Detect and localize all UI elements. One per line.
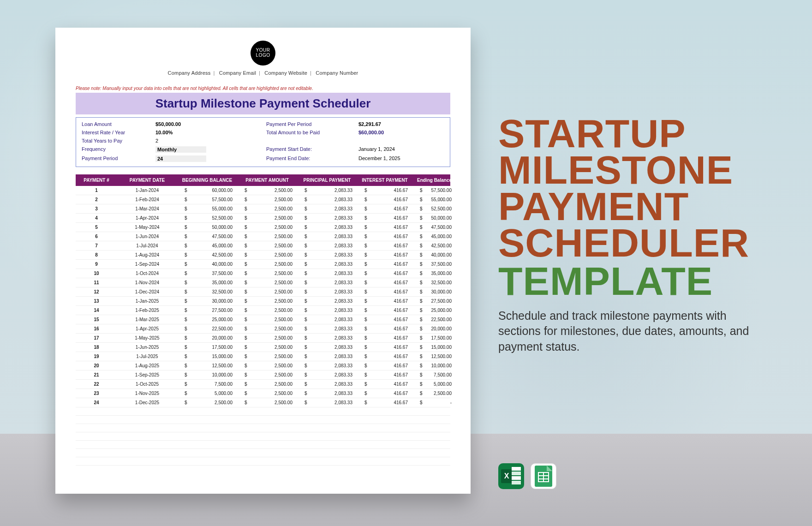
document-page: YOUR LOGO Company Address| Company Email… — [55, 28, 471, 494]
promo-headline: STARTUP MILESTONE PAYMENT SCHEDULER TEMP… — [498, 115, 775, 300]
period-value: 24 — [155, 155, 266, 162]
table-row: 121-Dec-2024$32,500.00$2,500.00$2,083.33… — [76, 287, 450, 297]
google-sheets-icon — [531, 463, 556, 489]
table-row: 241-Dec-2025$2,500.00$2,500.00$2,083.33$… — [76, 398, 450, 407]
table-row: 21-Feb-2024$57,500.00$2,500.00$2,083.33$… — [76, 195, 450, 204]
table-row: 111-Nov-2024$35,000.00$2,500.00$2,083.33… — [76, 278, 450, 287]
table-row: 81-Aug-2024$42,500.00$2,500.00$2,083.33$… — [76, 251, 450, 260]
table-row: 141-Feb-2025$27,500.00$2,500.00$2,083.33… — [76, 306, 450, 315]
start-date-label: Payment Start Date: — [266, 146, 358, 153]
logo-placeholder: YOUR LOGO — [251, 41, 275, 66]
company-meta-line: Company Address| Company Email| Company … — [76, 70, 450, 76]
loan-amount-value: $50,000.00 — [155, 121, 266, 127]
table-row: 231-Nov-2025$5,000.00$2,500.00$2,083.33$… — [76, 389, 450, 398]
end-date-value: December 1, 2025 — [358, 155, 432, 162]
format-icons — [498, 463, 556, 489]
table-row: 151-Mar-2025$25,000.00$2,500.00$2,083.33… — [76, 315, 450, 324]
col-payment-num: PAYMENT # — [76, 178, 117, 183]
company-address: Company Address — [168, 70, 211, 76]
blank-row — [76, 441, 450, 449]
payment-per-period-label: Payment Per Period — [266, 121, 358, 127]
table-row: 61-Jun-2024$47,500.00$2,500.00$2,083.33$… — [76, 232, 450, 241]
col-ending-balance: Ending Balance — [412, 178, 456, 183]
table-row: 201-Aug-2025$12,500.00$2,500.00$2,083.33… — [76, 361, 450, 371]
blank-row — [76, 424, 450, 432]
start-date-value: January 1, 2024 — [358, 146, 432, 153]
table-row: 221-Oct-2025$7,500.00$2,500.00$2,083.33$… — [76, 380, 450, 389]
loan-amount-label: Loan Amount — [82, 121, 155, 127]
blank-row — [76, 432, 450, 441]
sheet-title: Startup Milestone Payment Scheduler — [76, 93, 450, 114]
table-row: 41-Apr-2024$52,500.00$2,500.00$2,083.33$… — [76, 214, 450, 223]
interest-label: Interest Rate / Year — [82, 130, 155, 135]
promo-text-block: STARTUP MILESTONE PAYMENT SCHEDULER TEMP… — [498, 115, 775, 355]
promo-line-4: SCHEDULER — [498, 221, 749, 265]
table-row: 171-May-2025$20,000.00$2,500.00$2,083.33… — [76, 334, 450, 343]
table-row: 51-May-2024$50,000.00$2,500.00$2,083.33$… — [76, 223, 450, 232]
table-row: 131-Jan-2025$30,000.00$2,500.00$2,083.33… — [76, 297, 450, 306]
company-email: Company Email — [219, 70, 256, 76]
end-date-label: Payment End Date: — [266, 155, 358, 162]
table-row: 11-Jan-2024$60,000.00$2,500.00$2,083.33$… — [76, 186, 450, 195]
editable-note: Please note: Manually input your data in… — [76, 86, 450, 91]
blank-row — [76, 416, 450, 424]
table-row: 181-Jun-2025$17,500.00$2,500.00$2,083.33… — [76, 343, 450, 352]
col-interest-payment: INTEREST PAYMENT — [357, 178, 412, 183]
blank-row — [76, 407, 450, 416]
total-amount-label: Total Amount to be Paid — [266, 130, 358, 135]
excel-icon — [498, 463, 524, 489]
col-payment-amount: PAYMENT AMOUNT — [237, 178, 297, 183]
years-label: Total Years to Pay — [82, 138, 155, 143]
payment-per-period-value: $2,291.67 — [358, 121, 432, 127]
col-payment-date: PAYMENT DATE — [117, 178, 177, 183]
table-header: PAYMENT # PAYMENT DATE BEGINNING BALANCE… — [76, 174, 450, 186]
table-row: 71-Jul-2024$45,000.00$2,500.00$2,083.33$… — [76, 241, 450, 251]
blank-row — [76, 449, 450, 457]
company-number: Company Number — [316, 70, 358, 76]
promo-template-word: TEMPLATE — [498, 263, 775, 299]
blank-rows — [76, 407, 450, 466]
table-row: 31-Mar-2024$55,000.00$2,500.00$2,083.33$… — [76, 204, 450, 214]
col-principal-payment: PRINCIPAL PAYMENT — [297, 178, 357, 183]
table-row: 191-Jul-2025$15,000.00$2,500.00$2,083.33… — [76, 352, 450, 361]
table-row: 211-Sep-2025$10,000.00$2,500.00$2,083.33… — [76, 371, 450, 380]
blank-row — [76, 457, 450, 466]
summary-panel: Loan Amount $50,000.00 Payment Per Perio… — [76, 117, 450, 167]
years-value: 2 — [155, 138, 266, 143]
table-row: 101-Oct-2024$37,500.00$2,500.00$2,083.33… — [76, 269, 450, 278]
total-amount-value: $60,000.00 — [358, 130, 432, 135]
table-body: 11-Jan-2024$60,000.00$2,500.00$2,083.33$… — [76, 186, 450, 407]
table-row: 91-Sep-2024$40,000.00$2,500.00$2,083.33$… — [76, 260, 450, 269]
promo-subtext: Schedule and track milestone payments wi… — [498, 308, 757, 355]
col-beginning-balance: BEGINNING BALANCE — [177, 178, 237, 183]
table-row: 161-Apr-2025$22,500.00$2,500.00$2,083.33… — [76, 324, 450, 334]
company-website: Company Website — [264, 70, 307, 76]
period-label: Payment Period — [82, 155, 155, 162]
frequency-label: Frequency — [82, 146, 155, 153]
frequency-value: Monthly — [155, 146, 266, 153]
interest-value: 10.00% — [155, 130, 266, 135]
